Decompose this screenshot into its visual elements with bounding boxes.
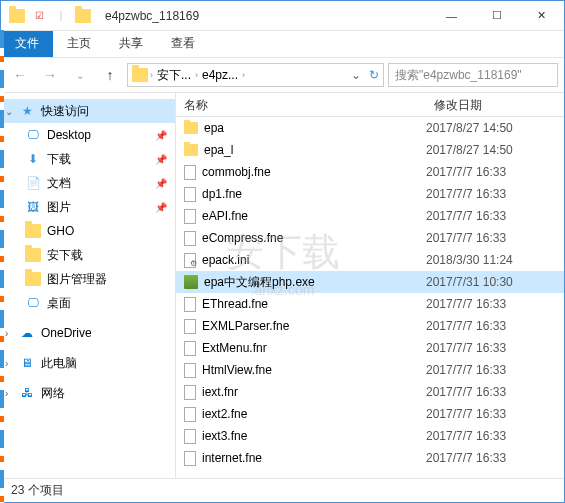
file-date: 2017/7/7 16:33 — [426, 341, 564, 355]
file-row[interactable]: epa中文编程php.exe2017/7/31 10:30 — [176, 271, 564, 293]
search-placeholder: 搜索"e4pzwbc_118169" — [395, 67, 522, 84]
file-row[interactable]: epa_l2017/8/27 14:50 — [176, 139, 564, 161]
address-bar[interactable]: › 安下... › e4pz... › ⌄ ↻ — [127, 63, 384, 87]
sidebar-item[interactable]: ⬇下载📌 — [1, 147, 175, 171]
file-row[interactable]: HtmlView.fne2017/7/7 16:33 — [176, 359, 564, 381]
sidebar-item-label: 下载 — [47, 151, 71, 168]
checkbox-icon[interactable]: ☑ — [31, 8, 47, 24]
window-controls: — ☐ ✕ — [429, 1, 564, 30]
file-date: 2017/8/27 14:50 — [426, 121, 564, 135]
tab-file[interactable]: 文件 — [1, 31, 53, 57]
sidebar-item[interactable]: 🖵Desktop📌 — [1, 123, 175, 147]
sidebar-icon: ⬇ — [25, 151, 41, 167]
chevron-right-icon[interactable]: › — [195, 70, 198, 80]
decorative-stripe — [0, 30, 4, 503]
sidebar-item[interactable]: 📄文档📌 — [1, 171, 175, 195]
pin-icon: 📌 — [155, 178, 167, 189]
maximize-button[interactable]: ☐ — [474, 1, 519, 30]
folder-icon — [9, 8, 25, 24]
chevron-down-icon[interactable]: ⌄ — [5, 106, 13, 117]
file-name: eAPI.fne — [202, 209, 248, 223]
breadcrumb-item[interactable]: e4pz... — [200, 68, 240, 82]
exe-icon — [184, 275, 198, 289]
file-name: commobj.fne — [202, 165, 271, 179]
search-input[interactable]: 搜索"e4pzwbc_118169" — [388, 63, 558, 87]
file-date: 2017/7/7 16:33 — [426, 165, 564, 179]
file-row[interactable]: EThread.fne2017/7/7 16:33 — [176, 293, 564, 315]
file-row[interactable]: commobj.fne2017/7/7 16:33 — [176, 161, 564, 183]
folder-icon — [25, 247, 41, 263]
sidebar-item[interactable]: GHO — [1, 219, 175, 243]
tab-view[interactable]: 查看 — [157, 31, 209, 57]
up-button[interactable]: ↑ — [97, 62, 123, 88]
forward-button[interactable]: → — [37, 62, 63, 88]
sidebar-item-label: 网络 — [41, 385, 65, 402]
back-button[interactable]: ← — [7, 62, 33, 88]
file-row[interactable]: iext2.fne2017/7/7 16:33 — [176, 403, 564, 425]
sidebar-item[interactable]: 安下载 — [1, 243, 175, 267]
address-actions: ⌄ ↻ — [351, 68, 379, 82]
close-button[interactable]: ✕ — [519, 1, 564, 30]
file-date: 2017/7/7 16:33 — [426, 363, 564, 377]
sidebar-item-label: 桌面 — [47, 295, 71, 312]
column-headers: 名称 修改日期 — [176, 93, 564, 117]
pc-icon: 🖥 — [19, 355, 35, 371]
folder-icon — [25, 223, 41, 239]
sidebar-onedrive[interactable]: › ☁ OneDrive — [1, 321, 175, 345]
file-row[interactable]: eAPI.fne2017/7/7 16:33 — [176, 205, 564, 227]
file-name: internet.fne — [202, 451, 262, 465]
explorer-window: ☑ | e4pzwbc_118169 — ☐ ✕ 文件 主页 共享 查看 ← →… — [0, 0, 565, 503]
recent-dropdown[interactable]: ⌄ — [67, 62, 93, 88]
file-row[interactable]: internet.fne2017/7/7 16:33 — [176, 447, 564, 469]
chevron-right-icon[interactable]: › — [242, 70, 245, 80]
chevron-right-icon[interactable]: › — [5, 358, 8, 369]
sidebar-item-label: Desktop — [47, 128, 91, 142]
file-name: dp1.fne — [202, 187, 242, 201]
file-list[interactable]: epa2017/8/27 14:50epa_l2017/8/27 14:50co… — [176, 117, 564, 478]
chevron-right-icon[interactable]: › — [5, 328, 8, 339]
window-title: e4pzwbc_118169 — [105, 9, 199, 23]
file-row[interactable]: iext.fnr2017/7/7 16:33 — [176, 381, 564, 403]
file-row[interactable]: eCompress.fne2017/7/7 16:33 — [176, 227, 564, 249]
sidebar-this-pc[interactable]: › 🖥 此电脑 — [1, 351, 175, 375]
file-row[interactable]: iext3.fne2017/7/7 16:33 — [176, 425, 564, 447]
file-row[interactable]: epack.ini2018/3/30 11:24 — [176, 249, 564, 271]
tab-home[interactable]: 主页 — [53, 31, 105, 57]
folder-icon — [75, 8, 91, 24]
file-name: epa_l — [204, 143, 233, 157]
tab-share[interactable]: 共享 — [105, 31, 157, 57]
sidebar-item[interactable]: 图片管理器 — [1, 267, 175, 291]
ini-icon — [184, 253, 196, 268]
sidebar-item[interactable]: 🖵桌面 — [1, 291, 175, 315]
chevron-right-icon[interactable]: › — [150, 70, 153, 80]
file-date: 2017/7/7 16:33 — [426, 297, 564, 311]
sidebar-network[interactable]: › 🖧 网络 — [1, 381, 175, 405]
breadcrumb-item[interactable]: 安下... — [155, 67, 193, 84]
sidebar-icon: 🖵 — [25, 127, 41, 143]
file-row[interactable]: EXMLParser.fne2017/7/7 16:33 — [176, 315, 564, 337]
file-name: iext2.fne — [202, 407, 247, 421]
dropdown-icon[interactable]: ⌄ — [351, 68, 361, 82]
file-row[interactable]: dp1.fne2017/7/7 16:33 — [176, 183, 564, 205]
file-name: ExtMenu.fnr — [202, 341, 267, 355]
file-name: HtmlView.fne — [202, 363, 272, 377]
refresh-icon[interactable]: ↻ — [369, 68, 379, 82]
column-name[interactable]: 名称 — [176, 93, 426, 116]
nav-toolbar: ← → ⌄ ↑ › 安下... › e4pz... › ⌄ ↻ 搜索"e4pzw… — [1, 57, 564, 93]
file-name: EXMLParser.fne — [202, 319, 289, 333]
file-name: iext3.fne — [202, 429, 247, 443]
file-row[interactable]: epa2017/8/27 14:50 — [176, 117, 564, 139]
file-name: EThread.fne — [202, 297, 268, 311]
sidebar-icon: 📄 — [25, 175, 41, 191]
sidebar-item-label: OneDrive — [41, 326, 92, 340]
file-row[interactable]: ExtMenu.fnr2017/7/7 16:33 — [176, 337, 564, 359]
qat-separator: | — [53, 8, 69, 24]
chevron-right-icon[interactable]: › — [5, 388, 8, 399]
file-icon — [184, 385, 196, 400]
sidebar-item[interactable]: 🖼图片📌 — [1, 195, 175, 219]
column-date[interactable]: 修改日期 — [426, 93, 564, 116]
minimize-button[interactable]: — — [429, 1, 474, 30]
sidebar-quick-access[interactable]: ⌄ ★ 快速访问 — [1, 99, 175, 123]
sidebar-item-label: 图片管理器 — [47, 271, 107, 288]
file-date: 2017/7/31 10:30 — [426, 275, 564, 289]
